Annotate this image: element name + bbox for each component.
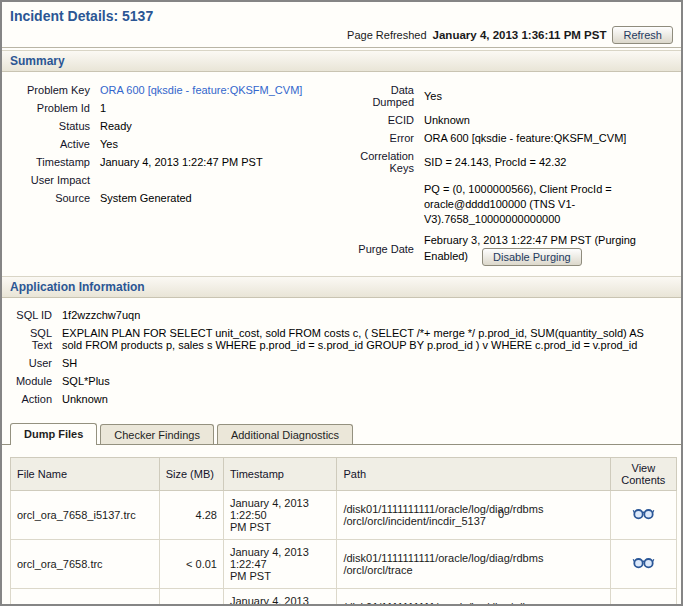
detail-tabs: Dump Files Checker Findings Additional D…: [2, 423, 681, 445]
ecid-value: Unknown: [424, 114, 672, 126]
user-label: User: [10, 357, 52, 369]
file-name-cell: orcl_m000_8100_i5137_a.trc: [11, 588, 160, 606]
summary-section: Problem Key ORA 600 [qksdie - feature:QK…: [2, 72, 681, 274]
summary-left-column: Problem Key ORA 600 [qksdie - feature:QK…: [10, 84, 348, 266]
sql-id-value: 1f2wzzchw7uqn: [62, 309, 662, 321]
page-refreshed-label: Page Refreshed: [347, 29, 427, 41]
user-impact-value: [100, 174, 348, 186]
column-header-size-mb: Size (MB): [159, 457, 223, 490]
file-name-cell: orcl_ora_7658.trc: [11, 539, 160, 588]
module-label: Module: [10, 375, 52, 387]
source-value: System Generated: [100, 192, 348, 204]
application-information-heading: Application Information: [2, 276, 681, 298]
correlation-keys-value: SID = 24.143, ProcId = 42.32: [424, 156, 672, 168]
tab-additional-diagnostics[interactable]: Additional Diagnostics: [217, 424, 353, 444]
table-row: orcl_ora_7658.trc < 0.01 January 4, 2013…: [11, 539, 677, 588]
path-line: /orcl/orcl/incident/incdir_51370: [343, 515, 603, 527]
size-cell: 4.28: [159, 490, 223, 539]
problem-id-label: Problem Id: [10, 102, 90, 114]
timestamp-cell: January 4, 2013 1:22:50 PM PST: [223, 588, 337, 606]
action-label: Action: [10, 393, 52, 405]
refresh-button[interactable]: Refresh: [612, 26, 673, 44]
incident-details-page: Incident Details: 5137 Page Refreshed Ja…: [0, 0, 683, 606]
timestamp-label: Timestamp: [10, 156, 90, 168]
purge-date-value: February 3, 2013 1:22:47 PM PST (Purging…: [424, 233, 672, 266]
column-header-path: Path: [337, 457, 610, 490]
timestamp-line: January 4, 2013 1:22:50: [230, 595, 331, 606]
table-row: orcl_m000_8100_i5137_a.trc < 0.01 Januar…: [11, 588, 677, 606]
column-header-view-contents: View Contents: [610, 457, 676, 490]
disable-purging-button[interactable]: Disable Purging: [482, 248, 582, 266]
column-header-file-name: File Name: [11, 457, 160, 490]
timestamp-line: PM PST: [230, 570, 331, 582]
timestamp-cell: January 4, 2013 1:22:50 PM PST: [223, 490, 337, 539]
path-note: 0: [498, 508, 504, 520]
view-contents-cell: [610, 539, 676, 588]
active-label: Active: [10, 138, 90, 150]
correlation-keys-extra: PQ = (0, 1000000566), Client ProcId = or…: [424, 182, 672, 227]
path-line-text: /orcl/orcl/incident/incdir_5137: [343, 515, 485, 527]
ecid-label: ECID: [350, 114, 414, 126]
path-line: /disk01/1111111111/oracle/log/diag/rdbms: [343, 552, 603, 564]
path-line: /disk01/1111111111/oracle/log/diag/rdbms: [343, 601, 603, 606]
correlation-keys-label: Correlation Keys: [350, 150, 414, 174]
view-contents-glasses-icon[interactable]: [632, 507, 655, 520]
timestamp-line: PM PST: [230, 521, 331, 533]
tab-dump-files[interactable]: Dump Files: [10, 423, 97, 445]
timestamp-line: January 4, 2013 1:22:47: [230, 546, 331, 570]
page-header: Incident Details: 5137 Page Refreshed Ja…: [2, 2, 681, 48]
error-label: Error: [350, 132, 414, 144]
problem-key-link[interactable]: ORA 600 [qksdie - feature:QKSFM_CVM]: [100, 84, 348, 96]
tab-checker-findings[interactable]: Checker Findings: [100, 424, 214, 444]
summary-section-heading: Summary: [2, 50, 681, 72]
page-refreshed-value: January 4, 2013 1:36:11 PM PST: [433, 29, 607, 41]
summary-right-column: Data Dumped Yes ECID Unknown Error ORA 6…: [350, 84, 672, 266]
view-contents-glasses-icon[interactable]: [632, 556, 655, 569]
dump-files-panel: File Name Size (MB) Timestamp Path View …: [2, 445, 681, 606]
view-contents-cell: [610, 588, 676, 606]
file-name-cell: orcl_ora_7658_i5137.trc: [11, 490, 160, 539]
table-header-row: File Name Size (MB) Timestamp Path View …: [11, 457, 677, 490]
sql-id-label: SQL ID: [10, 309, 52, 321]
timestamp-line: January 4, 2013 1:22:50: [230, 497, 331, 521]
problem-id-value: 1: [100, 102, 348, 114]
module-value: SQL*Plus: [62, 375, 662, 387]
page-title: Incident Details: 5137: [10, 8, 673, 24]
data-dumped-value: Yes: [424, 90, 672, 102]
user-impact-label: User Impact: [10, 174, 90, 186]
dump-files-table: File Name Size (MB) Timestamp Path View …: [10, 457, 677, 606]
size-cell: < 0.01: [159, 588, 223, 606]
action-value: Unknown: [62, 393, 662, 405]
data-dumped-label: Data Dumped: [350, 84, 414, 108]
path-cell: /disk01/1111111111/oracle/log/diag/rdbms…: [337, 588, 610, 606]
column-header-timestamp: Timestamp: [223, 457, 337, 490]
problem-key-label: Problem Key: [10, 84, 90, 96]
source-label: Source: [10, 192, 90, 204]
sql-text-label: SQL Text: [10, 327, 52, 351]
path-line: /disk01/1111111111/oracle/log/diag/rdbms: [343, 503, 603, 515]
table-row: orcl_ora_7658_i5137.trc 4.28 January 4, …: [11, 490, 677, 539]
path-cell: /disk01/1111111111/oracle/log/diag/rdbms…: [337, 490, 610, 539]
size-cell: < 0.01: [159, 539, 223, 588]
path-cell: /disk01/1111111111/oracle/log/diag/rdbms…: [337, 539, 610, 588]
timestamp-cell: January 4, 2013 1:22:47 PM PST: [223, 539, 337, 588]
active-value: Yes: [100, 138, 348, 150]
status-label: Status: [10, 120, 90, 132]
purge-date-label: Purge Date: [350, 243, 414, 255]
user-value: SH: [62, 357, 662, 369]
path-line: /orcl/orcl/trace: [343, 564, 603, 576]
sql-text-value: EXPLAIN PLAN FOR SELECT unit_cost, sold …: [62, 327, 662, 351]
status-value: Ready: [100, 120, 348, 132]
timestamp-value: January 4, 2013 1:22:47 PM PST: [100, 156, 348, 168]
page-refreshed-row: Page Refreshed January 4, 2013 1:36:11 P…: [10, 26, 673, 44]
error-value: ORA 600 [qksdie - feature:QKSFM_CVM]: [424, 132, 672, 144]
view-contents-cell: [610, 490, 676, 539]
application-information-section: SQL ID 1f2wzzchw7uqn SQL Text EXPLAIN PL…: [2, 298, 681, 414]
